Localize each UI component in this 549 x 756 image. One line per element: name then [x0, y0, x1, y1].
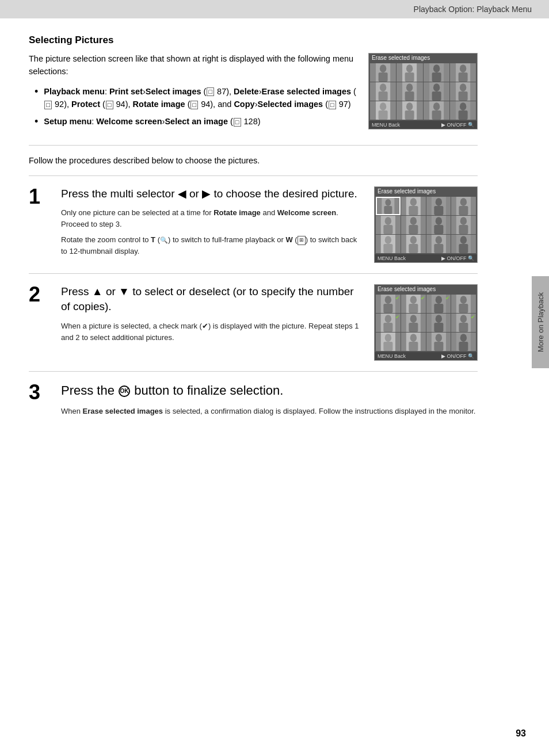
svg-point-28: [406, 102, 413, 110]
s2-cell-5: ✔: [376, 314, 401, 332]
svg-point-31: [433, 102, 439, 110]
svg-point-91: [435, 315, 441, 323]
s1-cell-1: [376, 197, 401, 215]
svg-point-10: [460, 64, 466, 72]
svg-point-19: [433, 83, 439, 91]
cell-1-1: [370, 63, 396, 82]
svg-rect-86: [383, 323, 392, 332]
step-2-screen-footer: MENU Back ▶ ON/OFF 🔍: [375, 352, 477, 360]
s2-cell-3: ✔: [426, 295, 451, 313]
s1-cell-7: [426, 216, 451, 234]
svg-rect-17: [405, 91, 414, 101]
svg-point-55: [435, 217, 441, 225]
svg-point-4: [406, 64, 413, 72]
svg-rect-107: [459, 342, 468, 351]
svg-point-7: [433, 64, 439, 72]
svg-rect-35: [458, 110, 467, 120]
svg-point-40: [410, 198, 416, 206]
s2-cell-9: [376, 333, 401, 351]
svg-rect-95: [459, 323, 468, 332]
s1-cell-11: [426, 235, 451, 253]
cell-1-2: [396, 63, 422, 82]
step-1-number: 1: [29, 186, 49, 207]
s2-cell-11: [426, 333, 451, 351]
step-1-content: Press the multi selector ◀ or ▶ to choos…: [61, 186, 365, 262]
svg-rect-53: [409, 225, 418, 234]
bullet-dot-1: •: [35, 85, 38, 98]
svg-point-34: [460, 102, 466, 110]
s2-cell-12: [451, 333, 476, 351]
step-3-number: 3: [29, 382, 49, 403]
bullet-item-2: • Setup menu: Welcome screen›Select an i…: [35, 115, 357, 128]
step-2-title: Press ▲ or ▼ to select or deselect (or t…: [61, 284, 365, 315]
svg-point-97: [385, 334, 391, 342]
svg-point-82: [460, 296, 467, 304]
svg-rect-77: [409, 304, 418, 313]
svg-point-73: [385, 296, 391, 304]
svg-rect-89: [409, 323, 418, 332]
step-2-content: Press ▲ or ▼ to select or deselect (or t…: [61, 284, 365, 348]
svg-point-1: [380, 64, 386, 72]
svg-rect-47: [459, 206, 468, 215]
intro-screen-title: Erase selected images: [369, 54, 477, 62]
cell-3-4: [450, 101, 476, 120]
step-1-screen-footer: MENU Back ▶ ON/OFF 🔍: [375, 254, 477, 262]
bullet-text-1: Playback menu: Print set›Select images (…: [44, 85, 357, 111]
page-header: Playback Option: Playback Menu: [0, 0, 549, 18]
s1-cell-8: [451, 216, 476, 234]
s2-cell-4: [451, 295, 476, 313]
svg-rect-14: [379, 91, 388, 101]
svg-point-13: [380, 83, 386, 91]
step-1-note-2: Rotate the zoom control to T (🔍) to swit…: [61, 234, 365, 257]
s1-cell-4: [451, 197, 476, 215]
step-1-title: Press the multi selector ◀ or ▶ to choos…: [61, 186, 365, 202]
cell-2-3: [424, 82, 449, 101]
svg-point-46: [460, 198, 467, 206]
svg-point-94: [460, 315, 467, 323]
cell-2-4: [450, 82, 476, 101]
intro-screen-grid: [369, 62, 477, 121]
svg-point-85: [385, 315, 391, 323]
svg-rect-5: [405, 72, 414, 82]
step-3-content: Press the OK button to finalize selectio…: [61, 382, 478, 421]
svg-point-70: [460, 236, 467, 244]
check-8: ✔: [471, 314, 475, 320]
svg-point-25: [380, 102, 386, 110]
check-3: ✔: [445, 295, 450, 301]
svg-point-76: [410, 296, 416, 304]
step-1-note-1: Only one picture can be selected at a ti…: [61, 207, 365, 230]
svg-rect-29: [405, 110, 414, 120]
s2-cell-7: [426, 314, 451, 332]
svg-point-79: [435, 296, 441, 304]
s1-cell-5: [376, 216, 401, 234]
cell-1-4: [450, 63, 476, 82]
check-1: ✔: [395, 295, 400, 301]
page-number: 93: [516, 728, 526, 739]
cell-1-3: [424, 63, 449, 82]
svg-rect-32: [432, 110, 441, 120]
header-title: Playback Option: Playback Menu: [414, 5, 532, 14]
svg-rect-71: [459, 244, 468, 253]
step-1: 1 Press the multi selector ◀ or ▶ to cho…: [29, 175, 478, 263]
svg-rect-98: [383, 342, 392, 351]
svg-point-37: [385, 199, 391, 206]
svg-rect-26: [379, 110, 388, 120]
s2-cell-1: ✔: [376, 295, 401, 313]
svg-rect-41: [409, 206, 418, 215]
s2-cell-6: [401, 314, 426, 332]
check-5: ✔: [395, 314, 400, 320]
svg-rect-50: [383, 225, 392, 234]
svg-rect-62: [383, 244, 392, 253]
step-2-note-1: When a picture is selected, a check mark…: [61, 320, 365, 343]
svg-point-100: [410, 334, 416, 342]
svg-rect-59: [459, 225, 468, 234]
svg-point-43: [435, 198, 441, 206]
sidebar-tab: More on Playback: [532, 276, 549, 368]
svg-point-52: [410, 217, 416, 225]
step-2-screen-title: Erase selected images: [375, 285, 477, 293]
cell-3-1: [370, 101, 396, 120]
intro-camera-screen: Erase selected images: [368, 53, 478, 129]
svg-point-67: [435, 236, 441, 244]
check-2: ✔: [421, 295, 425, 301]
section-title: Selecting Pictures: [29, 35, 478, 46]
